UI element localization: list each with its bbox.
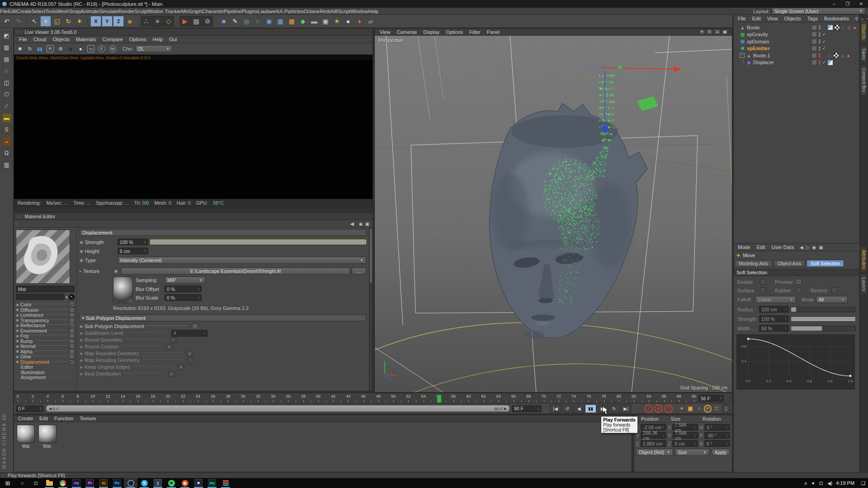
strength-slider[interactable] bbox=[150, 239, 366, 244]
object-name[interactable]: xpDomain bbox=[747, 39, 769, 44]
layer-tag-icon[interactable] bbox=[811, 32, 817, 37]
checker-tag-icon[interactable] bbox=[834, 24, 840, 30]
om-search-icon[interactable]: ⚲ bbox=[855, 16, 858, 21]
attr-slider-strength[interactable]: Strength100 %↕ bbox=[737, 315, 856, 322]
photoshop-icon[interactable]: Ps bbox=[110, 478, 124, 488]
bake-icon[interactable]: ◒ bbox=[2, 136, 12, 146]
lv-menu-file[interactable]: File bbox=[16, 37, 30, 42]
preview-size-field[interactable] bbox=[16, 294, 65, 300]
attr-tab-attributes[interactable]: Attributes bbox=[860, 246, 867, 272]
spd-row-sub-polygon-displacement[interactable]: ◉Sub Polygon Displacement bbox=[80, 324, 366, 329]
tag-icon[interactable]: ▱ bbox=[365, 16, 376, 27]
goto-end-button[interactable]: ▶| bbox=[620, 404, 632, 413]
visibility-dots-icon[interactable] bbox=[819, 39, 821, 43]
main-menu-file[interactable]: File bbox=[0, 9, 8, 14]
key-rotation-button[interactable]: ○ bbox=[695, 405, 703, 412]
channel-normal[interactable]: ◉Normal bbox=[16, 344, 75, 349]
keyframe-help-button[interactable]: ? bbox=[664, 404, 673, 413]
lv-menu-help[interactable]: Help bbox=[150, 37, 166, 42]
enabled-check-icon[interactable]: ✓ bbox=[822, 39, 826, 44]
timeline-ruler[interactable]: 0246810121416182022242628303234363840424… bbox=[14, 393, 732, 404]
sculpt-icon[interactable]: S bbox=[2, 125, 12, 135]
preview-step-icon[interactable]: ▸ bbox=[66, 295, 68, 299]
render-picture-viewer-icon[interactable]: ▤ bbox=[191, 16, 202, 27]
blur-offset-field[interactable]: 0 %↕ bbox=[165, 286, 202, 292]
displacement-header[interactable]: Displacement bbox=[80, 229, 366, 236]
channel-anim-icon[interactable]: ◉ bbox=[16, 344, 19, 348]
main-menu-window[interactable]: Window bbox=[350, 9, 368, 14]
orbit-view-icon[interactable]: ↻ bbox=[706, 29, 713, 35]
undo-icon[interactable]: ↶ bbox=[1, 16, 12, 27]
object-icon-xpemitter[interactable]: ✱ bbox=[740, 46, 745, 52]
attr-fwd-icon[interactable]: ▷ bbox=[806, 245, 810, 250]
viewport-camera-label[interactable]: Perspective bbox=[378, 38, 403, 43]
chrome-icon[interactable] bbox=[56, 478, 70, 488]
material-sphere-thumb[interactable] bbox=[17, 425, 35, 443]
spd-header[interactable]: ▾Sub Polygon Displacement bbox=[80, 314, 366, 321]
illustrator-icon[interactable]: Ai bbox=[97, 478, 110, 488]
mm-menu-create[interactable]: Create bbox=[15, 416, 36, 421]
coords-size-y-field[interactable]: 7.586 cm↕ bbox=[673, 432, 698, 439]
texture-browse-button[interactable]: ... bbox=[352, 267, 366, 275]
main-menu-render[interactable]: Render bbox=[118, 9, 135, 14]
workplane-icon[interactable]: ▤ bbox=[2, 54, 12, 64]
channel-anim-icon[interactable]: ◉ bbox=[16, 303, 19, 307]
previous-frame-button[interactable]: ◀ bbox=[573, 404, 585, 413]
object-row-xpdomain[interactable]: ▣xpDomain✓ bbox=[735, 38, 859, 45]
visibility-dots-icon[interactable] bbox=[819, 33, 821, 37]
om-menu-file[interactable]: File bbox=[735, 16, 749, 21]
lv-ball-icon[interactable]: ● bbox=[76, 44, 85, 53]
spd-checkbox[interactable] bbox=[192, 324, 198, 329]
layout-dropdown[interactable]: Single Screen (User)▼ bbox=[772, 8, 865, 14]
main-menu-script[interactable]: Script bbox=[338, 9, 350, 14]
me-lock-icon[interactable]: ◉ bbox=[359, 221, 363, 226]
slider-track[interactable] bbox=[791, 326, 856, 331]
play-backwards-button[interactable]: ↺ bbox=[561, 404, 573, 413]
material-sphere-thumb[interactable] bbox=[38, 425, 57, 443]
texture-path-field[interactable]: E:\Landscape Essentials\Desert\5\height.… bbox=[121, 267, 350, 275]
me-back-icon[interactable]: ◀ bbox=[350, 221, 354, 227]
sampling-dropdown[interactable]: MIP▼ bbox=[165, 277, 205, 284]
attr-slider-radius[interactable]: Radius100 cm↕ bbox=[737, 306, 856, 313]
main-menu-select[interactable]: Select bbox=[32, 9, 46, 14]
swirl-app-icon[interactable]: ◉ bbox=[178, 478, 192, 488]
main-menu-edit[interactable]: Edit bbox=[8, 9, 17, 14]
spd-row-best-distribution[interactable]: ◉Best Distribution✓ bbox=[80, 371, 366, 376]
key-parameter-button[interactable]: P bbox=[704, 405, 712, 413]
om-menu-view[interactable]: View bbox=[764, 16, 781, 21]
channel-checkbox[interactable] bbox=[69, 354, 75, 359]
object-icon-xpgravity[interactable]: ▦ bbox=[740, 32, 745, 38]
slider-track[interactable] bbox=[791, 316, 856, 322]
points-palette-icon[interactable]: ∴ bbox=[2, 66, 12, 76]
premiere-icon[interactable]: Pr bbox=[83, 478, 97, 488]
end-frame-spinner[interactable]: 90 F↕ bbox=[512, 405, 542, 412]
main-menu-character[interactable]: Character bbox=[202, 9, 224, 14]
spd-checkbox[interactable]: ✓ bbox=[166, 344, 172, 350]
action-center-icon[interactable]: ❏ bbox=[861, 480, 865, 486]
spline-pen-icon[interactable]: ✎ bbox=[230, 16, 241, 27]
audition-icon[interactable]: Au bbox=[205, 478, 219, 488]
enabled-check-icon[interactable]: ✓ bbox=[822, 46, 826, 51]
channel-checkbox[interactable] bbox=[69, 328, 75, 333]
channel-glow[interactable]: ◉Glow bbox=[16, 354, 75, 359]
om-menu-edit[interactable]: Edit bbox=[749, 16, 764, 21]
soft-selection-header[interactable]: Soft Selection bbox=[734, 269, 859, 276]
viewport-menu-options[interactable]: Options bbox=[443, 29, 466, 35]
start-button[interactable]: ⊞ bbox=[0, 480, 15, 487]
slider-field[interactable]: 50 %↕ bbox=[759, 325, 789, 332]
pan-view-icon[interactable]: ✛ bbox=[698, 29, 705, 35]
layer-tag-icon[interactable] bbox=[811, 46, 817, 51]
channel-checkbox[interactable]: ✓ bbox=[69, 359, 75, 365]
magnet-tool-icon[interactable]: Ω bbox=[2, 148, 12, 158]
spd-row-keep-original-edges[interactable]: ◉Keep Original Edges✓ bbox=[80, 364, 366, 370]
lock-y-axis-icon[interactable]: Y bbox=[102, 16, 113, 27]
me-scrollbar[interactable] bbox=[369, 228, 373, 391]
main-menu-motion-tracker[interactable]: Motion Tracker bbox=[148, 9, 181, 14]
panel-handle-icon[interactable]: ∷∷ bbox=[16, 214, 22, 219]
object-icon-displacer[interactable]: ◆ bbox=[746, 60, 752, 66]
spotify-icon[interactable]: ≋ bbox=[165, 478, 178, 488]
timeline-range-slider[interactable]: ◀ 0 F 90 F ▶ bbox=[46, 405, 510, 412]
maximize-button[interactable]: ❒ bbox=[841, 0, 854, 8]
autokeying-button[interactable]: ◎ bbox=[654, 404, 663, 413]
texture-tool-icon[interactable]: ▧ bbox=[2, 42, 12, 52]
